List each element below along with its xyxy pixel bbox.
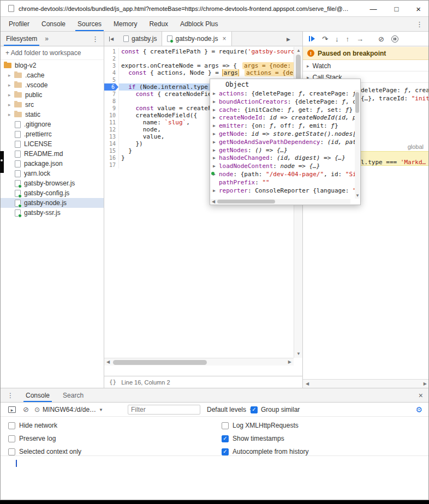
devtools-menu-icon[interactable]: ⋮ <box>416 20 423 28</box>
line-number-14[interactable]: 14 <box>104 140 118 147</box>
console-setting-preserve-log[interactable]: Preserve log <box>8 435 81 442</box>
pause-on-exceptions-button[interactable] <box>391 35 398 43</box>
tree-item-blog-v2[interactable]: blog-v2 <box>1 61 104 70</box>
close-tab-icon[interactable]: × <box>223 35 227 43</box>
expand-triangle-icon[interactable]: ▶ <box>213 122 216 130</box>
tree-item-gatsby-node-js[interactable]: gatsby-node.js <box>1 198 104 208</box>
expand-triangle-icon[interactable]: ▶ <box>213 147 216 155</box>
object-property-boundActionCreators[interactable]: ▶boundActionCreators: {deletePage: ƒ, cr… <box>210 98 356 106</box>
checkbox-unchecked-icon[interactable] <box>222 422 229 429</box>
expand-triangle-icon[interactable]: ▶ <box>213 187 216 195</box>
toggle-navigator-icon[interactable]: ◀ <box>104 32 118 46</box>
step-button[interactable]: → <box>356 35 364 43</box>
tree-item-static[interactable]: ▸static <box>1 110 104 119</box>
javascript-context-select[interactable]: ⊙ MINGW64:/d/de… ▼ <box>34 403 103 417</box>
scroll-up-icon[interactable]: ▲ <box>296 49 301 53</box>
close-drawer-icon[interactable]: × <box>419 391 423 400</box>
line-number-9[interactable]: 9 <box>104 105 118 112</box>
expand-triangle-icon[interactable]: ▶ <box>213 163 216 171</box>
section-watch[interactable]: ▸ Watch <box>303 61 429 71</box>
object-property-emitter[interactable]: ▶emitter: {on: ƒ, off: ƒ, emit: ƒ} <box>210 122 356 130</box>
tree-item-package-json[interactable]: package.json <box>1 159 104 169</box>
tree-item-gatsby-ssr-js[interactable]: gatsby-ssr.js <box>1 208 104 218</box>
object-property-reporter[interactable]: ▶reporter: ConsoleReporter {language: "e… <box>210 187 356 195</box>
clear-console-icon[interactable]: ⊘ <box>23 406 29 413</box>
console-setting-autocomplete-from-history[interactable]: Autocomplete from history <box>222 448 308 455</box>
checkbox-checked-icon[interactable] <box>251 406 258 413</box>
console-settings-gear-icon[interactable]: ⚙ <box>415 405 422 414</box>
line-number-3[interactable]: 3 <box>104 62 118 69</box>
line-number-gutter[interactable]: 1234567891011121314151617 <box>104 48 118 169</box>
object-property-loadNodeContent[interactable]: ▶loadNodeContent: node => {…} <box>210 163 356 171</box>
console-sidebar-icon[interactable]: ▶ <box>8 406 16 413</box>
chevron-right-icon[interactable]: ▸ <box>8 82 14 88</box>
code-line-2[interactable] <box>119 55 294 62</box>
expand-triangle-icon[interactable]: ▶ <box>213 139 216 147</box>
tree-item--prettierrc[interactable]: .prettierrc <box>1 129 104 139</box>
tree-item-license[interactable]: LICENSE <box>1 139 104 149</box>
tree-item-gatsby-browser-js[interactable]: gatsby-browser.js <box>1 178 104 188</box>
object-property-getNodeAndSavePathDependency[interactable]: ▶getNodeAndSavePathDependency: (id, path… <box>210 139 356 147</box>
chevron-right-icon[interactable]: ▸ <box>307 63 309 69</box>
step-over-button[interactable]: ↷ <box>322 35 328 43</box>
line-number-11[interactable]: 11 <box>104 119 118 126</box>
filter-input[interactable] <box>128 405 200 415</box>
editor-tab-gatsby-js[interactable]: gatsby.js <box>118 32 162 46</box>
expand-triangle-icon[interactable]: ▶ <box>213 106 216 115</box>
scrollbar-thumb[interactable] <box>355 92 359 113</box>
tree-item--gitignore[interactable]: .gitignore <box>1 119 104 129</box>
object-property-hasNodeChanged[interactable]: ▶hasNodeChanged: (id, digest) => {…} <box>210 154 356 163</box>
object-property-actions[interactable]: ▶actions: {deletePage: ƒ, createPage: ƒ,… <box>210 90 356 98</box>
panel-tab-memory[interactable]: Memory <box>108 17 143 31</box>
close-button[interactable]: × <box>416 4 421 14</box>
object-property-createNodeId[interactable]: ▶createNodeId: id => createNodeId(id, pl… <box>210 114 356 122</box>
line-number-6[interactable]: 6 <box>104 83 118 91</box>
minimize-button[interactable]: — <box>370 5 377 13</box>
sidebar-horizontal-scrollbar[interactable]: ◀ ▶ <box>303 379 429 388</box>
tab-search[interactable]: Search <box>56 388 90 402</box>
object-property-cache[interactable]: ▶cache: {initCache: ƒ, get: ƒ, set: ƒ} <box>210 106 356 115</box>
console-setting-selected-context-only[interactable]: Selected context only <box>8 448 81 455</box>
tab-console[interactable]: Console <box>19 388 56 402</box>
checkbox-checked-icon[interactable] <box>222 435 229 442</box>
deactivate-breakpoints-button[interactable]: ⊘ <box>378 35 384 43</box>
tree-item--cache[interactable]: ▸.cache <box>1 70 104 80</box>
console-setting-hide-network[interactable]: Hide network <box>8 422 81 429</box>
log-levels-select[interactable]: Default levels ▼ <box>207 403 253 417</box>
chevron-right-icon[interactable]: ▸ <box>8 92 14 98</box>
panel-tab-redux[interactable]: Redux <box>143 17 174 31</box>
expand-triangle-icon[interactable]: ▶ <box>213 130 216 139</box>
tree-item-yarn-lock[interactable]: yarn.lock <box>1 169 104 178</box>
line-number-4[interactable]: 4 <box>104 69 118 76</box>
add-folder-to-workspace-button[interactable]: + Add folder to workspace <box>1 46 104 60</box>
pretty-print-icon[interactable]: {} <box>109 379 116 386</box>
chevron-right-icon[interactable]: ▸ <box>8 112 14 117</box>
editor-tab-gatsby-node-js[interactable]: gatsby-node.js × <box>162 32 231 46</box>
line-number-5[interactable]: 5 <box>104 76 118 83</box>
scrollbar-thumb[interactable] <box>113 360 207 365</box>
console-setting-show-timestamps[interactable]: Show timestamps <box>222 435 308 442</box>
line-number-16[interactable]: 16 <box>104 154 118 161</box>
scroll-down-icon[interactable]: ▼ <box>355 194 360 198</box>
panel-tab-adblock-plus[interactable]: Adblock Plus <box>174 17 224 31</box>
scroll-left-icon[interactable]: ◀ <box>212 200 215 204</box>
tree-item-public[interactable]: ▸public <box>1 90 104 100</box>
chevron-right-icon[interactable]: ▸ <box>8 102 14 107</box>
checkbox-checked-icon[interactable] <box>222 448 229 455</box>
object-property-pathPrefix[interactable]: pathPrefix: "" <box>210 179 356 187</box>
scroll-left-icon[interactable]: ◀ <box>306 382 309 386</box>
maximize-button[interactable]: □ <box>394 5 398 13</box>
tab-overflow-right-icon[interactable]: ▶ <box>287 37 290 42</box>
group-similar-checkbox[interactable]: Group similar <box>251 403 300 417</box>
step-into-button[interactable]: ↓ <box>335 35 339 43</box>
panel-tab-profiler[interactable]: Profiler <box>3 17 35 31</box>
line-number-1[interactable]: 1 <box>104 48 118 55</box>
scroll-down-icon[interactable]: ▼ <box>296 352 301 356</box>
expand-triangle-icon[interactable]: ▶ <box>213 114 216 122</box>
line-number-2[interactable]: 2 <box>104 55 118 62</box>
scroll-right-icon[interactable]: ▶ <box>288 360 291 364</box>
step-out-button[interactable]: ↑ <box>345 35 349 43</box>
line-number-12[interactable]: 12 <box>104 126 118 133</box>
expand-triangle-icon[interactable]: ▶ <box>213 90 216 98</box>
panel-tab-console[interactable]: Console <box>35 17 72 31</box>
